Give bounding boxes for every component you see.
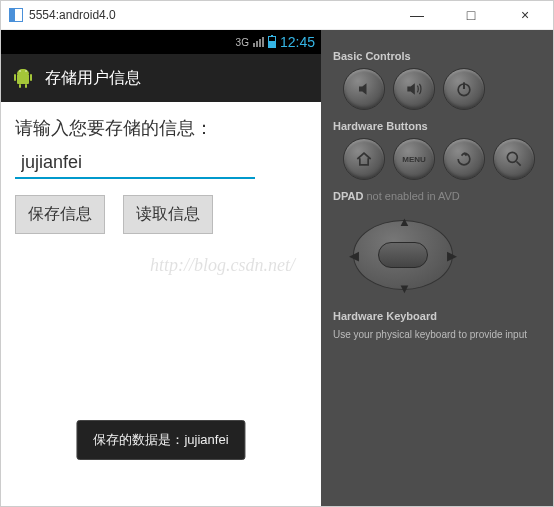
svg-point-9 bbox=[507, 152, 517, 162]
power-button[interactable] bbox=[443, 68, 485, 110]
svg-point-5 bbox=[19, 70, 20, 71]
battery-icon bbox=[268, 36, 276, 48]
svg-rect-1 bbox=[14, 74, 16, 81]
menu-button[interactable]: MENU bbox=[393, 138, 435, 180]
hardware-buttons-label: Hardware Buttons bbox=[333, 120, 541, 132]
svg-line-10 bbox=[517, 162, 521, 166]
svg-rect-3 bbox=[19, 84, 21, 88]
signal-icon bbox=[253, 37, 264, 47]
action-bar: 存储用户信息 bbox=[1, 54, 321, 102]
dpad-right-icon[interactable]: ▶ bbox=[447, 248, 457, 263]
window-titlebar: 5554:android4.0 — □ × bbox=[1, 1, 553, 30]
menu-icon: MENU bbox=[402, 155, 426, 164]
clock: 12:45 bbox=[280, 34, 315, 50]
dpad-up-icon[interactable]: ▲ bbox=[398, 214, 411, 229]
keyboard-note: Use your physical keyboard to provide in… bbox=[333, 328, 541, 342]
window-icon bbox=[9, 8, 23, 22]
volume-down-button[interactable] bbox=[343, 68, 385, 110]
minimize-button[interactable]: — bbox=[397, 5, 437, 25]
status-bar: 3G 12:45 bbox=[1, 30, 321, 54]
home-icon bbox=[354, 149, 374, 169]
dpad-down-icon[interactable]: ▼ bbox=[398, 281, 411, 296]
dpad-label: DPAD not enabled in AVD bbox=[333, 190, 541, 202]
read-button[interactable]: 读取信息 bbox=[123, 195, 213, 234]
save-button[interactable]: 保存信息 bbox=[15, 195, 105, 234]
svg-point-6 bbox=[25, 70, 26, 71]
dpad: ▲ ▼ ◀ ▶ bbox=[343, 210, 463, 300]
app-title: 存储用户信息 bbox=[45, 68, 141, 89]
dpad-center-button[interactable] bbox=[378, 242, 428, 268]
back-icon bbox=[454, 149, 474, 169]
storage-input[interactable] bbox=[15, 148, 255, 179]
phone-screen: 3G 12:45 存储用户信息 bbox=[1, 30, 321, 506]
basic-controls-label: Basic Controls bbox=[333, 50, 541, 62]
app-content: 请输入您要存储的信息： 保存信息 读取信息 保存的数据是：jujianfei bbox=[1, 102, 321, 506]
home-button[interactable] bbox=[343, 138, 385, 180]
close-button[interactable]: × bbox=[505, 5, 545, 25]
dpad-left-icon[interactable]: ◀ bbox=[349, 248, 359, 263]
volume-down-icon bbox=[354, 79, 374, 99]
volume-up-icon bbox=[404, 79, 424, 99]
emulator-window: 5554:android4.0 — □ × 3G 12:45 bbox=[0, 0, 554, 507]
back-button[interactable] bbox=[443, 138, 485, 180]
search-icon bbox=[504, 149, 524, 169]
emulator-controls: Basic Controls Hardware Buttons MENU bbox=[321, 30, 553, 506]
power-icon bbox=[454, 79, 474, 99]
volume-up-button[interactable] bbox=[393, 68, 435, 110]
window-title: 5554:android4.0 bbox=[29, 8, 397, 22]
svg-rect-4 bbox=[25, 84, 27, 88]
keyboard-label: Hardware Keyboard bbox=[333, 310, 541, 322]
network-indicator: 3G bbox=[236, 37, 249, 48]
toast-message: 保存的数据是：jujianfei bbox=[76, 420, 245, 460]
svg-rect-2 bbox=[30, 74, 32, 81]
maximize-button[interactable]: □ bbox=[451, 5, 491, 25]
search-button[interactable] bbox=[493, 138, 535, 180]
android-icon bbox=[11, 66, 35, 90]
svg-rect-0 bbox=[17, 74, 29, 84]
prompt-label: 请输入您要存储的信息： bbox=[15, 116, 307, 140]
